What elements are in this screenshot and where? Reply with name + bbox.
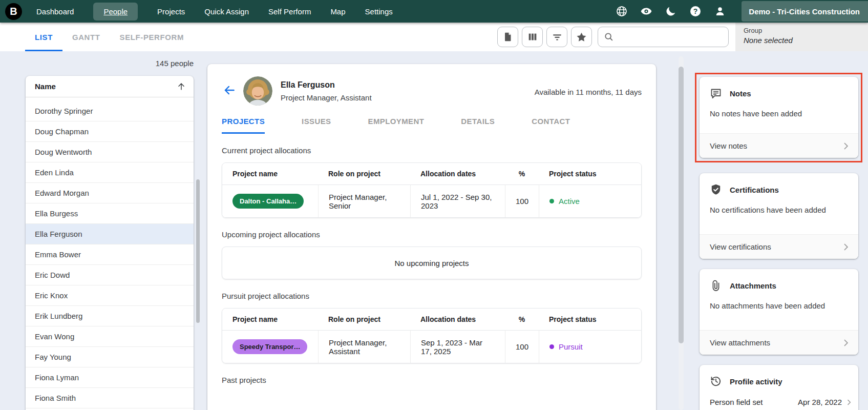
help-icon[interactable]: ? [689,5,702,17]
project-status-cell: Active [539,184,641,217]
nav-map[interactable]: Map [330,7,345,16]
list-item[interactable]: Eric Knox [26,285,194,306]
profile-header: Ella Ferguson Project Manager, Assistant… [222,76,642,106]
list-item[interactable]: Fiona Smith [26,388,194,408]
view-notes-button[interactable]: View notes [700,133,858,158]
project-pill[interactable]: Dalton - Callaha… [232,194,304,209]
tab-details[interactable]: DETAILS [461,117,495,134]
certifications-title: Certifications [730,186,779,194]
main-scrollbar-track[interactable] [679,56,684,410]
list-item[interactable]: Erik Lundberg [26,306,194,326]
organization-selector[interactable]: Demo - Tri-Cities Construction [742,1,868,22]
nav-utility-icons: ? Demo - Tri-Cities Construction [616,1,868,22]
nav-self-perform[interactable]: Self Perform [268,7,311,16]
upcoming-allocations-label: Upcoming project allocations [222,230,642,239]
status-dot [549,199,554,203]
top-nav: B Dashboard People Projects Quick Assign… [0,0,868,23]
tab-gantt[interactable]: GANTT [62,23,110,51]
people-list-scrollbar[interactable] [196,179,200,323]
notes-card-header: Notes [700,77,858,99]
status-badge: Active [549,197,580,206]
past-projects-label: Past projects [222,376,642,384]
chevron-right-icon [841,242,851,252]
certifications-card-header: Certifications [700,173,858,196]
list-item[interactable]: Fay Young [26,347,194,367]
attachments-card-header: Attachments [700,269,858,292]
back-arrow-icon[interactable] [223,84,236,97]
allocation-dates-cell: Sep 1, 2023 - Mar 17, 2025 [410,330,505,363]
search-input[interactable] [618,27,728,47]
current-allocations-table: Project name Role on project Allocation … [222,162,642,218]
current-allocations-label: Current project allocations [222,146,642,155]
list-item-selected[interactable]: Ella Ferguson [26,224,194,244]
project-pill[interactable]: Speedy Transpor… [232,339,307,354]
list-item[interactable]: Evan Wong [26,326,194,347]
profile-title: Project Manager, Assistant [281,93,372,102]
favorites-button[interactable] [571,27,592,47]
notes-card: Notes No notes have been added View note… [700,77,858,158]
group-selector[interactable]: Group None selected [735,23,868,51]
column-header: Allocation dates [410,163,505,184]
eye-icon[interactable] [640,5,652,17]
brand-logo[interactable]: B [5,3,22,20]
search-box [598,27,729,47]
certifications-icon [710,183,722,196]
people-list-panel: Name Dorothy Springer Doug Chapman Doug … [26,76,194,410]
list-item[interactable]: Eric Dowd [26,265,194,285]
activity-date: Apr 28, 2022 [798,398,842,406]
project-status-cell: Pursuit [539,330,641,363]
tab-projects[interactable]: PROJECTS [222,117,265,134]
list-item[interactable]: Doug Chapman [26,121,194,142]
dark-mode-icon[interactable] [665,5,677,17]
column-header: Role on project [318,163,410,184]
chevron-right-small-icon [845,398,853,406]
columns-button[interactable] [522,27,543,47]
name-column-header: Name [35,82,56,91]
attachments-empty-message: No attachments have been added [700,292,858,310]
tab-self-perform[interactable]: SELF-PERFORM [110,23,194,51]
list-item[interactable]: Emma Bower [26,244,194,265]
group-label: Group [744,27,868,34]
allocation-dates-cell: Jul 1, 2022 - Sep 30, 2023 [410,184,505,217]
column-header: Project status [539,163,641,184]
notes-empty-message: No notes have been added [700,99,858,118]
chevron-right-icon [841,338,851,348]
tab-contact[interactable]: CONTACT [532,117,570,134]
list-item[interactable]: Edward Morgan [26,183,194,203]
account-icon[interactable] [714,5,726,17]
main-scrollbar-thumb[interactable] [679,67,684,343]
document-view-button[interactable] [497,27,518,47]
tab-list[interactable]: LIST [25,23,62,51]
nav-people[interactable]: People [93,3,138,20]
activity-row[interactable]: Person field set Apr 28, 2022 [700,387,858,406]
nav-projects[interactable]: Projects [157,7,185,16]
upcoming-empty-state: No upcoming projects [222,247,642,279]
globe-icon[interactable] [616,5,628,17]
filter-button[interactable] [546,27,567,47]
sort-ascending-icon[interactable] [176,81,186,92]
content-area: 145 people Name Dorothy Springer Doug Ch… [0,51,868,410]
people-list-header[interactable]: Name [26,76,194,97]
view-attachments-button[interactable]: View attachments [700,330,858,355]
list-item[interactable]: Ella Burgess [26,203,194,224]
secondary-toolbar: LIST GANTT SELF-PERFORM [0,23,868,51]
activity-label: Person field set [710,398,763,406]
list-item[interactable]: Dorothy Springer [26,101,194,121]
avatar[interactable] [243,76,272,106]
nav-quick-assign[interactable]: Quick Assign [204,7,249,16]
list-item[interactable]: Fiona Lyman [26,367,194,388]
nav-dashboard[interactable]: Dashboard [36,7,74,16]
percent-cell: 100 [505,184,539,217]
tab-employment[interactable]: EMPLOYMENT [368,117,424,134]
tab-issues[interactable]: ISSUES [302,117,331,134]
project-name-cell: Speedy Transpor… [222,330,318,363]
group-value: None selected [744,36,868,45]
list-item[interactable]: Eden Linda [26,162,194,183]
column-header: Project name [222,309,318,330]
attachments-icon [710,279,722,292]
profile-activity-card-header: Profile activity [700,365,858,387]
list-item[interactable]: Doug Wentworth [26,142,194,162]
nav-settings[interactable]: Settings [365,7,393,16]
view-certifications-button[interactable]: View certifications [700,234,858,259]
profile-activity-title: Profile activity [730,377,782,386]
